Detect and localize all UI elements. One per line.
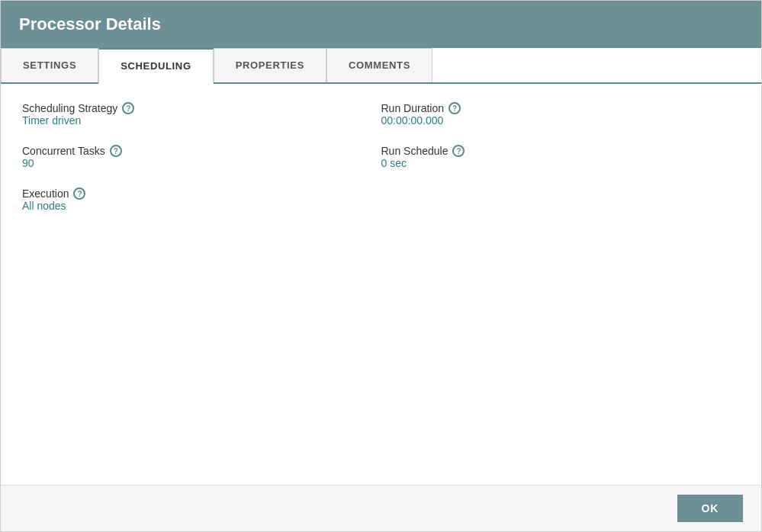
execution-label: Execution ? xyxy=(22,187,381,200)
tab-bar: SETTINGS SCHEDULING PROPERTIES COMMENTS xyxy=(1,48,761,84)
field-scheduling-strategy: Scheduling Strategy ? Timer driven xyxy=(22,102,381,127)
tab-scheduling[interactable]: SCHEDULING xyxy=(98,48,213,84)
row-concurrent-run-schedule: Concurrent Tasks ? 90 Run Schedule ? 0 s… xyxy=(22,145,740,169)
concurrent-tasks-label: Concurrent Tasks ? xyxy=(22,145,381,157)
field-execution: Execution ? All nodes xyxy=(22,187,381,212)
run-duration-value: 00:00:00.000 xyxy=(381,114,741,127)
scheduling-strategy-help-icon[interactable]: ? xyxy=(122,102,134,114)
tab-properties[interactable]: PROPERTIES xyxy=(214,48,326,82)
row-execution: Execution ? All nodes xyxy=(22,187,740,212)
dialog-title: Processor Details xyxy=(19,14,161,34)
run-schedule-value: 0 sec xyxy=(381,157,741,169)
dialog-footer: OK xyxy=(1,485,761,531)
row-scheduling-run-duration: Scheduling Strategy ? Timer driven Run D… xyxy=(22,102,740,127)
processor-details-dialog: Processor Details SETTINGS SCHEDULING PR… xyxy=(0,0,762,532)
field-concurrent-tasks: Concurrent Tasks ? 90 xyxy=(22,145,381,169)
scheduling-strategy-label: Scheduling Strategy ? xyxy=(22,102,381,114)
ok-button[interactable]: OK xyxy=(677,495,743,522)
field-run-schedule: Run Schedule ? 0 sec xyxy=(381,145,741,169)
run-duration-help-icon[interactable]: ? xyxy=(449,102,461,114)
run-schedule-label: Run Schedule ? xyxy=(381,145,741,157)
tab-comments[interactable]: COMMENTS xyxy=(326,48,432,82)
run-duration-label: Run Duration ? xyxy=(381,102,741,114)
tab-settings[interactable]: SETTINGS xyxy=(1,48,98,82)
execution-help-icon[interactable]: ? xyxy=(73,187,85,200)
dialog-header: Processor Details xyxy=(1,1,761,48)
scheduling-strategy-value: Timer driven xyxy=(22,114,381,127)
concurrent-tasks-help-icon[interactable]: ? xyxy=(110,145,122,157)
concurrent-tasks-value: 90 xyxy=(22,157,381,169)
content-area: Scheduling Strategy ? Timer driven Run D… xyxy=(1,84,761,485)
execution-value: All nodes xyxy=(22,200,381,212)
run-schedule-help-icon[interactable]: ? xyxy=(452,145,465,157)
field-run-duration: Run Duration ? 00:00:00.000 xyxy=(381,102,741,127)
